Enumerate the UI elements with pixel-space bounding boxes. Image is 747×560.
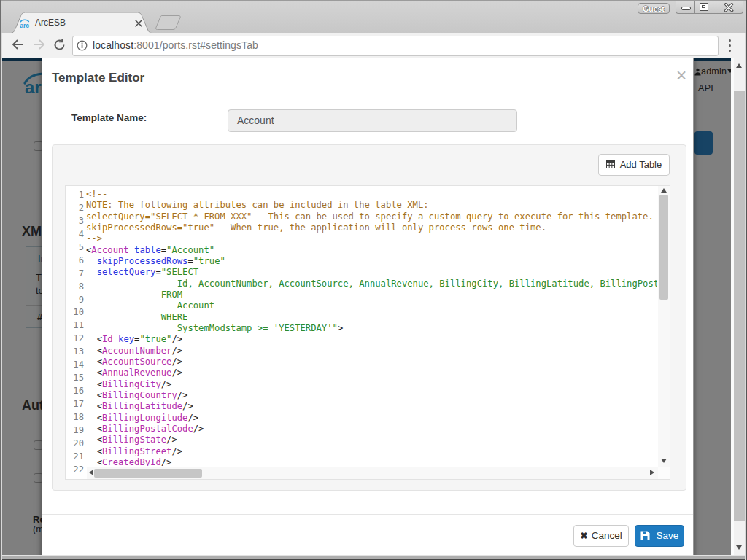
modal-header-divider (42, 96, 693, 96)
save-label: Save (656, 530, 678, 541)
gutter-line-number: 15 (66, 372, 84, 385)
gutter-line-number: 21 (66, 451, 84, 464)
url-path: :8001/ports.rst#settingsTab (133, 39, 258, 51)
code-line: <BillingCity/> (86, 379, 657, 390)
modal-title: Template Editor (52, 68, 144, 88)
url-host: localhost (93, 39, 133, 51)
template-name-label: Template Name: (71, 112, 147, 124)
browser-tab[interactable] (9, 12, 154, 34)
maximize-icon (700, 3, 708, 11)
cancel-button[interactable]: ✖Cancel (573, 525, 629, 547)
code-editor[interactable]: 12345678910111213141516171819202122 <!--… (65, 185, 670, 480)
maximize-icon-inner (702, 5, 705, 8)
gutter-line-number: 13 (66, 346, 84, 359)
code-line: WHERE (86, 312, 657, 323)
gutter-line-number: 2 (66, 202, 84, 215)
scrollbar-up-icon[interactable] (736, 63, 742, 68)
code-line: <Account table="Account" (86, 245, 657, 256)
gutter-line-number: 9 (66, 294, 84, 307)
menu-dot (729, 39, 731, 42)
editor-hscrollbar[interactable] (87, 467, 658, 479)
reload-button-icon[interactable] (53, 38, 66, 52)
menu-dot (729, 50, 731, 52)
scrollbar-down-icon[interactable] (736, 545, 742, 550)
gutter-line-number: 5 (66, 241, 84, 254)
editor-hscrollbar-thumb[interactable] (94, 469, 202, 478)
gutter-line-number: 4 (66, 228, 84, 241)
gutter-line-number: 11 (66, 319, 84, 332)
gutter-line-number: 12 (66, 332, 84, 346)
template-editor-modal: Template Editor × Template Name: Account… (42, 58, 694, 555)
code-line: <AnnualRevenue/> (86, 368, 657, 378)
arcesb-favicon-icon: arc (20, 18, 30, 28)
minimize-button[interactable] (676, 1, 694, 13)
code-line: --> (86, 233, 657, 244)
gutter-line-number: 10 (66, 306, 84, 319)
maximize-button[interactable] (694, 1, 713, 13)
svg-text:arc: arc (20, 22, 29, 29)
menu-dot (729, 44, 731, 47)
forward-button-icon[interactable] (33, 38, 46, 51)
save-icon (640, 531, 650, 540)
code-line: <AccountSource/> (86, 357, 657, 368)
editor-scroll-down-icon[interactable] (661, 459, 667, 463)
code-line: Id, AccountNumber, AccountSource, Annual… (86, 279, 657, 289)
browser-menu-icon[interactable] (729, 39, 732, 55)
editor-vscrollbar-thumb[interactable] (659, 195, 668, 300)
page-info-icon[interactable] (77, 40, 88, 51)
code-line: SystemModstamp >= 'YESTERDAY'"> (86, 323, 657, 334)
editor-scroll-corner (658, 467, 670, 479)
gutter-line-number: 3 (66, 215, 84, 228)
page-scrollbar[interactable] (734, 58, 745, 555)
gutter-line-number: 17 (66, 398, 84, 411)
editor-scroll-right-icon[interactable] (650, 470, 654, 475)
gutter-line-number: 22 (66, 464, 84, 477)
gutter-line-number: 16 (66, 385, 84, 398)
save-button[interactable]: Save (635, 525, 684, 547)
minimize-icon (681, 7, 691, 10)
table-icon (606, 160, 615, 168)
gutter-line-number: 1 (66, 189, 84, 202)
page-scrollbar-thumb[interactable] (734, 91, 745, 521)
tab-title: ArcESB (35, 17, 66, 28)
modal-footer-divider (42, 514, 693, 515)
profile-guest-label: Guest (643, 4, 665, 13)
code-line: <BillingPostalCode/> (86, 424, 657, 435)
code-line: <BillingLongitude/> (86, 413, 657, 424)
browser-toolbar: localhost:8001/ports.rst#settingsTab (0, 33, 747, 58)
code-line: <Id key="true"/> (86, 334, 657, 345)
editor-vscrollbar[interactable] (658, 186, 670, 467)
code-line: Account (86, 300, 657, 311)
gutter-line-number: 8 (66, 281, 84, 294)
profile-guest-button[interactable]: Guest (638, 3, 670, 14)
code-line: selectQuery="SELECT (86, 267, 657, 278)
editor-scroll-up-icon[interactable] (661, 188, 667, 192)
code-line: <CreatedById/> (86, 457, 657, 466)
template-name-input[interactable]: Account (228, 109, 517, 132)
modal-close-button[interactable]: × (674, 66, 689, 84)
editor-code[interactable]: <!--NOTE: The following attributes can b… (86, 189, 657, 466)
page-viewport: arc admin API XML Map Input This to the … (0, 58, 747, 555)
url-text[interactable]: localhost:8001/ports.rst#settingsTab (93, 39, 258, 52)
code-line: <BillingLatitude/> (86, 401, 657, 412)
gutter-line-number: 6 (66, 254, 84, 268)
tab-close-icon[interactable] (134, 19, 143, 28)
add-table-button[interactable]: Add Table (598, 154, 670, 176)
new-tab-button[interactable] (155, 15, 182, 30)
titlebar: arc ArcESB Guest (0, 0, 747, 33)
code-line: skipProcessedRows="true" (86, 256, 657, 267)
back-button-icon[interactable] (11, 38, 24, 51)
code-line: NOTE: The following attributes can be in… (86, 200, 657, 211)
window-frame-left-inner (1, 33, 2, 560)
cancel-label: Cancel (592, 530, 622, 541)
code-line: <AccountNumber/> (86, 346, 657, 357)
cancel-x-icon: ✖ (580, 531, 587, 541)
code-line: <BillingCountry/> (86, 390, 657, 401)
close-window-button[interactable] (713, 1, 744, 13)
gutter-line-number: 20 (66, 438, 84, 451)
gutter-line-number: 18 (66, 411, 84, 424)
editor-scroll-left-icon[interactable] (89, 470, 93, 475)
code-line: selectQuery="SELECT * FROM XXX" - This c… (86, 211, 657, 222)
code-line: <!-- (86, 189, 657, 200)
code-line: skipProcessedRows="true" - When true, th… (86, 222, 657, 233)
